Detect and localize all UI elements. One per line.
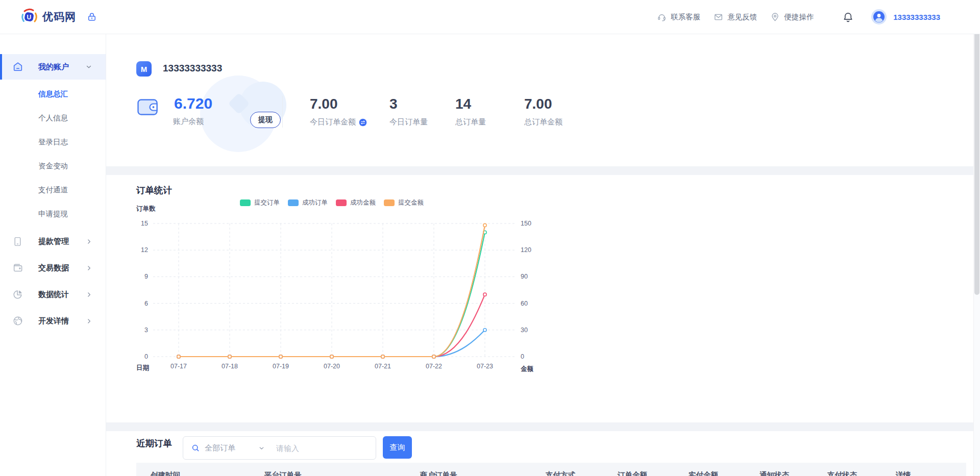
sidebar-subitem[interactable]: 信息总汇 <box>0 82 106 106</box>
scrollbar-thumb[interactable] <box>974 0 979 295</box>
header-links: 联系客服意见反馈便捷操作 <box>644 12 814 22</box>
chevron-down-icon <box>85 63 92 70</box>
header-link[interactable]: 联系客服 <box>657 12 700 22</box>
bell-icon[interactable] <box>842 11 854 23</box>
account-balance-label: 账户余额 <box>173 117 204 127</box>
svg-text:90: 90 <box>521 273 528 280</box>
svg-text:30: 30 <box>521 327 528 334</box>
table-header-cell: 支付状态 <box>819 470 888 476</box>
svg-text:0: 0 <box>521 353 524 360</box>
stat-label: 今日订单金额 <box>310 117 367 127</box>
stat-value: 14 <box>455 96 471 112</box>
svg-text:07-18: 07-18 <box>222 363 238 370</box>
header-link-label: 意见反馈 <box>727 12 757 22</box>
order-type-select[interactable]: 全部订单 <box>205 443 265 453</box>
home-icon <box>12 61 23 72</box>
sidebar-section-item[interactable]: 开发详情 <box>0 308 106 334</box>
sidebar-subitem[interactable]: 资金变动 <box>0 154 106 178</box>
pie-chart-icon <box>12 289 23 300</box>
keyword-input[interactable] <box>275 443 359 453</box>
chevron-down-icon <box>258 445 265 452</box>
svg-text:07-21: 07-21 <box>375 363 391 370</box>
table-header-cell: 通知状态 <box>751 470 819 476</box>
orders-chart: 00330660990121201515007-1707-1807-1907-2… <box>106 175 974 389</box>
info-icon <box>359 118 367 127</box>
table-header-cell: 详情 <box>888 470 966 476</box>
chevron-right-icon <box>86 238 92 245</box>
sidebar-subitem[interactable]: 个人信息 <box>0 106 106 130</box>
sidebar-item-my-account[interactable]: 我的账户 <box>0 54 106 80</box>
brand-logo: U 优码网 <box>20 0 97 34</box>
orders-table-header: 创建时间平台订单号商户订单号支付方式订单金额实付金额通知状态支付状态详情 <box>136 463 966 476</box>
sidebar-section-item[interactable]: 交易数据 <box>0 255 106 281</box>
sidebar-section-label: 提款管理 <box>38 237 69 246</box>
svg-text:12: 12 <box>141 246 148 254</box>
table-header-cell: 支付方式 <box>537 470 609 476</box>
scrollbar-track <box>973 0 980 476</box>
table-header-cell: 平台订单号 <box>256 470 412 476</box>
stat-label: 总订单金额 <box>524 117 562 127</box>
svg-text:U: U <box>27 14 31 21</box>
sidebar-subitem[interactable]: 登录日志 <box>0 130 106 154</box>
order-stats-card: 订单统计 提交订单成功订单成功金额提交金额 订单数 00330660990121… <box>106 175 974 422</box>
stat-label-text: 总订单量 <box>455 117 486 127</box>
header-link[interactable]: 意见反馈 <box>714 12 757 22</box>
sidebar-section-item[interactable]: 提款管理 <box>0 228 106 255</box>
mail-icon <box>714 12 723 22</box>
headset-icon <box>657 12 667 22</box>
header-link-label: 便捷操作 <box>784 12 814 22</box>
svg-text:6: 6 <box>144 300 148 307</box>
order-type-value: 全部订单 <box>205 443 251 453</box>
chevron-right-icon <box>86 265 92 271</box>
x-axis-name: 日期 <box>136 364 149 372</box>
account-phone: 13333333333 <box>163 63 222 74</box>
svg-text:15: 15 <box>141 220 148 227</box>
svg-text:07-20: 07-20 <box>324 363 340 370</box>
recent-orders-title: 近期订单 <box>136 437 172 449</box>
lock-icon[interactable] <box>87 12 97 22</box>
user-phone-link[interactable]: 13333333333 <box>893 13 940 21</box>
recent-orders-card: 近期订单 全部订单 查询 创建时间平台订单号商户订单号支付方式订单金额实付金额通… <box>106 431 974 476</box>
brand-logo-icon: U <box>20 8 38 26</box>
svg-text:3: 3 <box>144 327 148 334</box>
sidebar-group-label: 我的账户 <box>38 62 69 72</box>
svg-text:07-23: 07-23 <box>477 363 493 370</box>
tablet-icon <box>12 236 23 247</box>
table-header-cell: 商户订单号 <box>412 470 537 476</box>
stat-label-text: 今日订单金额 <box>310 117 356 127</box>
query-button[interactable]: 查询 <box>383 436 412 459</box>
search-icon <box>191 443 200 453</box>
globe-icon <box>12 315 23 327</box>
sidebar-section-item[interactable]: 数据统计 <box>0 281 106 308</box>
sidebar-subitem[interactable]: 支付通道 <box>0 178 106 202</box>
chevron-right-icon <box>86 291 92 298</box>
orders-table: 创建时间平台订单号商户订单号支付方式订单金额实付金额通知状态支付状态详情 <box>136 463 966 476</box>
sidebar-section-label: 交易数据 <box>38 263 69 273</box>
svg-text:60: 60 <box>521 300 528 307</box>
person-icon <box>873 11 885 23</box>
header-link[interactable]: 便捷操作 <box>770 12 814 22</box>
svg-text:0: 0 <box>144 353 148 360</box>
svg-text:150: 150 <box>521 220 531 227</box>
svg-text:07-19: 07-19 <box>273 363 289 370</box>
svg-text:07-22: 07-22 <box>426 363 442 370</box>
sidebar-sections: 提款管理交易数据数据统计开发详情 <box>0 228 106 334</box>
stat-value: 7.00 <box>310 96 338 112</box>
stat-label: 今日订单量 <box>389 117 428 127</box>
top-header: U 优码网 联系客服意见反馈便捷操作 13333333333 <box>0 0 980 34</box>
withdraw-button[interactable]: 提现 <box>250 112 281 128</box>
wallet-balance-icon <box>137 99 158 115</box>
svg-text:120: 120 <box>521 246 531 254</box>
sidebar-submenu: 信息总汇个人信息登录日志资金变动支付通道申请提现 <box>0 82 106 226</box>
table-header-cell: 订单金额 <box>609 470 680 476</box>
merchant-badge: M <box>136 61 152 77</box>
user-avatar[interactable] <box>871 9 887 24</box>
account-summary-card: M 13333333333 6.720 账户余额 提现 7.00今日订单金额3今… <box>106 34 974 166</box>
brand-name: 优码网 <box>42 10 76 24</box>
account-balance-value: 6.720 <box>174 95 212 112</box>
svg-text:9: 9 <box>144 273 148 280</box>
sidebar-subitem[interactable]: 申请提现 <box>0 202 106 226</box>
divider <box>282 96 283 128</box>
stat-value: 3 <box>389 96 398 112</box>
table-header-cell: 实付金额 <box>680 470 751 476</box>
